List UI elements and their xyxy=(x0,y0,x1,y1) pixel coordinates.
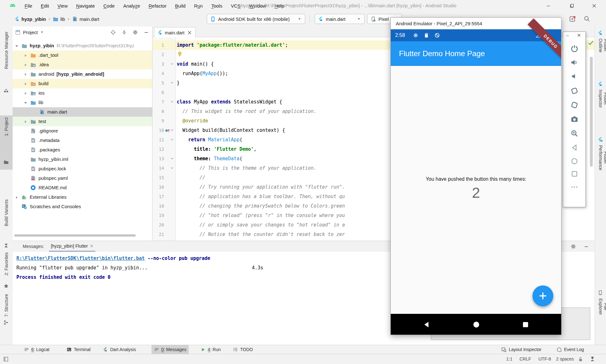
fold-marker-icon[interactable] xyxy=(170,157,174,160)
tree-item-build[interactable]: build xyxy=(13,79,152,88)
tree-item-packages[interactable]: .packages xyxy=(13,145,152,155)
tree-item-readme-md[interactable]: README.md xyxy=(13,183,152,192)
status-2-spaces[interactable]: 2 spaces xyxy=(556,354,574,364)
status-1-1[interactable]: 1:1 xyxy=(506,354,512,364)
power-button[interactable] xyxy=(571,44,578,52)
close-icon[interactable]: ✕ xyxy=(90,244,94,249)
inspections-ok-icon[interactable] xyxy=(588,40,594,46)
toolwindow-button-4-run[interactable]: 4: Run xyxy=(198,345,223,354)
breadcrumb-lib[interactable]: lib xyxy=(53,16,65,22)
minimize-icon[interactable]: – xyxy=(566,32,569,38)
volume-up-button[interactable] xyxy=(571,59,578,66)
volume-down-button[interactable] xyxy=(571,73,578,80)
tree-item-lib[interactable]: lib xyxy=(13,98,152,107)
toolwindow-button-layout-inspector[interactable]: Layout Inspector xyxy=(499,345,544,354)
tree-item-metadata[interactable]: .metadata xyxy=(13,136,152,145)
menu-tools[interactable]: Tools xyxy=(211,3,222,9)
line-number[interactable]: 18 xyxy=(153,201,164,211)
editor-scrollbar[interactable] xyxy=(590,57,593,167)
collapse-all-icon[interactable] xyxy=(122,30,127,35)
hide-panel-icon[interactable] xyxy=(584,244,589,249)
line-number[interactable]: 14 xyxy=(153,163,164,173)
line-number[interactable]: 1 xyxy=(153,40,164,50)
menu-code[interactable]: Code xyxy=(104,3,115,9)
chevron-expanded-icon[interactable] xyxy=(15,44,19,48)
tree-item-pubspec-yaml[interactable]: YMLpubspec.yaml xyxy=(13,173,152,183)
tree-item-external-libraries[interactable]: External Libraries xyxy=(13,192,152,202)
fold-marker-icon[interactable] xyxy=(170,62,174,66)
menu-view[interactable]: View xyxy=(57,3,68,9)
notifications-icon[interactable] xyxy=(569,16,576,22)
device-selector[interactable]: Android SDK built for x86 (mobile) xyxy=(207,14,305,24)
menu-build[interactable]: Build xyxy=(175,3,185,9)
nav-back-button[interactable] xyxy=(422,320,431,329)
chevron-collapsed-icon[interactable] xyxy=(15,195,19,200)
gear-icon[interactable] xyxy=(571,244,576,249)
menu-edit[interactable]: Edit xyxy=(41,3,49,9)
menu-analyze[interactable]: Analyze xyxy=(123,3,140,9)
intention-bulb-icon[interactable] xyxy=(177,51,183,57)
tree-item-android[interactable]: android[hyzp_yibin_android] xyxy=(13,69,152,79)
fold-marker-icon[interactable] xyxy=(170,166,174,170)
minimize-button[interactable] xyxy=(541,0,556,11)
line-number[interactable]: 2 xyxy=(153,50,164,59)
maximize-button[interactable] xyxy=(565,0,579,11)
line-number[interactable]: 16 xyxy=(153,182,164,192)
nav-home-button[interactable] xyxy=(472,320,480,329)
fold-marker-icon[interactable] xyxy=(170,138,174,141)
line-number[interactable]: 15 xyxy=(153,173,164,182)
nav-back-button[interactable] xyxy=(571,144,578,151)
console-link[interactable]: R:\Flutter\FlutterSDK\flutter\bin\flutte… xyxy=(16,255,145,261)
camera-button[interactable] xyxy=(571,115,578,123)
tool-stripe-build-variants[interactable]: Build Variants xyxy=(0,197,13,245)
chevron-expanded-icon[interactable] xyxy=(23,101,28,105)
line-number[interactable]: 7 xyxy=(153,97,164,107)
toolwindow-button-todo[interactable]: TODO xyxy=(230,345,255,354)
tree-item-scratches-and-consoles[interactable]: Scratches and Consoles xyxy=(13,202,152,211)
toolwindow-button-0-messages[interactable]: 0: Messages xyxy=(152,345,189,354)
toolwindow-button-event-log[interactable]: Event Log xyxy=(554,345,586,354)
line-number[interactable]: 3 xyxy=(153,59,164,69)
messages-tab-flutter[interactable]: [hyzp_yibin] Flutter✕ xyxy=(49,241,95,252)
tool-window-switcher-icon[interactable] xyxy=(3,356,9,362)
tool-stripe-7-structure[interactable]: 7: Structure xyxy=(0,292,13,322)
tree-item-dart-tool[interactable]: .dart_tool xyxy=(13,50,152,60)
tool-stripe-resource-manager[interactable]: Resource Manager xyxy=(0,30,13,93)
tree-item-test[interactable]: test xyxy=(13,117,152,126)
tree-item-pubspec-lock[interactable]: pubspec.lock xyxy=(13,164,152,173)
menu-refactor[interactable]: Refactor xyxy=(149,3,167,9)
line-number[interactable]: 8 xyxy=(153,107,164,116)
highlighting-level-icon[interactable] xyxy=(590,356,595,362)
fold-marker-icon[interactable] xyxy=(170,128,174,132)
rotate-right-button[interactable] xyxy=(571,101,578,109)
line-number[interactable]: 11 xyxy=(153,135,164,144)
line-number[interactable]: 4 xyxy=(153,69,164,78)
menu-vcs[interactable]: VCS xyxy=(231,3,241,9)
line-number[interactable]: 9 xyxy=(153,116,164,126)
nav-overview-button[interactable] xyxy=(571,170,578,178)
line-number[interactable]: 20 xyxy=(153,220,164,230)
editor-tab-main-dart[interactable]: main.dart xyxy=(154,27,196,38)
tree-item-ios[interactable]: ios xyxy=(13,88,152,98)
tree-item-main-dart[interactable]: main.dart xyxy=(13,107,152,117)
line-number[interactable]: 21 xyxy=(153,230,164,239)
fold-marker-icon[interactable] xyxy=(170,81,174,85)
close-icon[interactable]: ✕ xyxy=(577,32,581,38)
fold-marker-icon[interactable] xyxy=(170,100,174,103)
close-icon[interactable] xyxy=(187,30,192,35)
chevron-collapsed-icon[interactable] xyxy=(23,82,28,86)
settings-icon[interactable] xyxy=(133,30,138,35)
chevron-collapsed-icon[interactable] xyxy=(23,63,28,67)
tree-item-gitignore[interactable]: .gitignore xyxy=(13,126,152,136)
line-number[interactable]: 5 xyxy=(153,78,164,88)
override-marker-icon[interactable] xyxy=(165,127,170,133)
project-panel-title[interactable]: Project xyxy=(23,30,38,35)
line-number[interactable]: 10 xyxy=(153,126,164,135)
line-number[interactable]: 6 xyxy=(153,88,164,97)
run-config-selector[interactable]: main.dart xyxy=(315,14,365,24)
tree-item-hyzp-yibin[interactable]: hyzp_yibinR:\FlutterProject\FlutterProje… xyxy=(13,41,152,50)
search-everywhere-icon[interactable] xyxy=(584,15,590,22)
tree-item-hyzp-yibin-iml[interactable]: hyzp_yibin.iml xyxy=(13,155,152,164)
close-button[interactable] xyxy=(587,0,601,11)
horizontal-scrollbar[interactable] xyxy=(14,234,136,237)
